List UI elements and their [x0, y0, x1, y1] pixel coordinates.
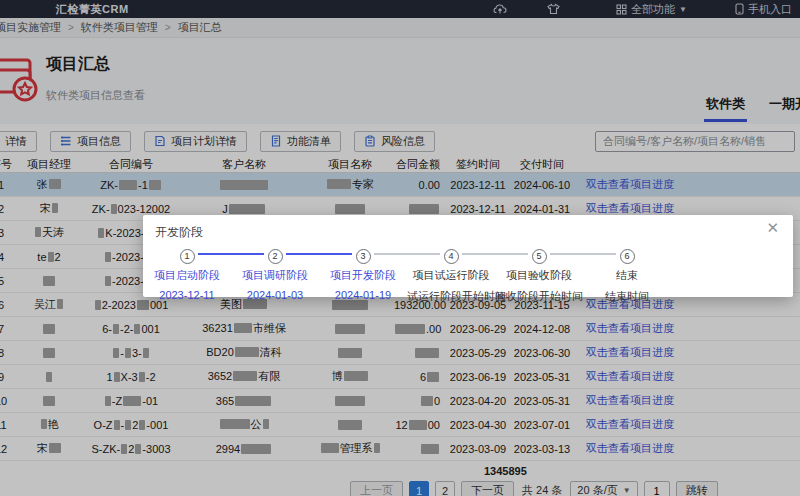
step-label: 项目调研阶段	[231, 268, 319, 283]
step-sub-label: 结束时间	[583, 289, 671, 304]
step-number: 3	[356, 249, 371, 264]
step-number: 2	[268, 249, 283, 264]
step-label: 项目验收阶段	[495, 268, 583, 283]
step-sub-label: 2023-12-11	[143, 289, 231, 301]
app-window: 汇检菁英CRM 全部功能	[0, 0, 800, 496]
step-number: 1	[180, 249, 195, 264]
step-sub-label: 验收阶段开始时间	[495, 289, 583, 304]
dialog-title: 开发阶段	[155, 224, 203, 241]
step-sub-label: 2024-01-03	[231, 289, 319, 301]
step-number: 4	[444, 249, 459, 264]
step-3: 3项目开发阶段2024-01-19	[319, 245, 407, 304]
close-icon[interactable]: ✕	[766, 220, 779, 235]
step-label: 结束	[583, 268, 671, 283]
step-5: 5项目验收阶段验收阶段开始时间	[495, 245, 583, 304]
step-4: 4项目试运行阶段试运行阶段开始时间	[407, 245, 495, 304]
step-label: 项目试运行阶段	[407, 268, 495, 283]
step-number: 5	[532, 249, 547, 264]
step-number: 6	[620, 249, 635, 264]
development-stage-dialog: 开发阶段 ✕ 1项目启动阶段2023-12-112项目调研阶段2024-01-0…	[143, 215, 793, 297]
step-2: 2项目调研阶段2024-01-03	[231, 245, 319, 304]
step-label: 项目启动阶段	[143, 268, 231, 283]
stage-stepper: 1项目启动阶段2023-12-112项目调研阶段2024-01-033项目开发阶…	[143, 245, 671, 304]
step-1: 1项目启动阶段2023-12-11	[143, 245, 231, 304]
step-6: 6结束结束时间	[583, 245, 671, 304]
step-sub-label: 2024-01-19	[319, 289, 407, 301]
step-sub-label: 试运行阶段开始时间	[407, 289, 495, 304]
step-label: 项目开发阶段	[319, 268, 407, 283]
